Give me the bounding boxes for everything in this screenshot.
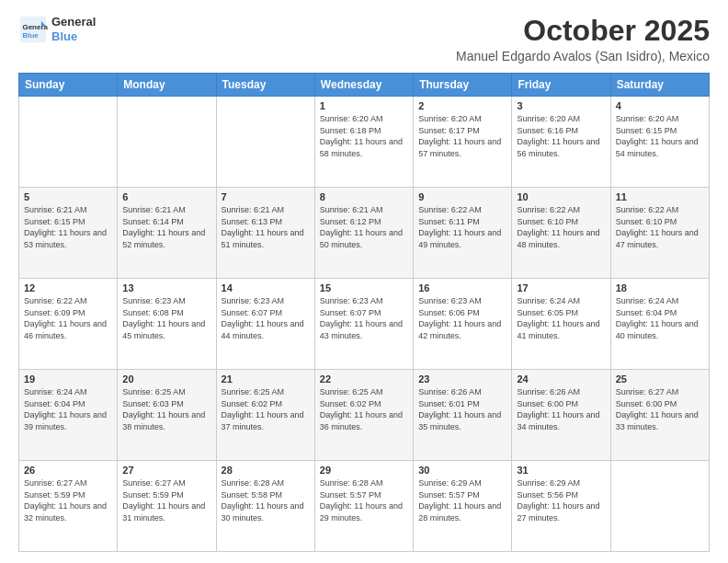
day-number: 22: [320, 373, 408, 385]
logo: General Blue General Blue: [18, 15, 96, 44]
calendar-header-row: Sunday Monday Tuesday Wednesday Thursday…: [19, 74, 710, 97]
week-row-0: 1Sunrise: 6:20 AMSunset: 6:18 PMDaylight…: [19, 97, 710, 188]
day-number: 13: [122, 282, 210, 293]
day-number: 29: [320, 465, 408, 476]
day-number: 19: [24, 373, 112, 385]
table-cell: 2Sunrise: 6:20 AMSunset: 6:17 PMDaylight…: [414, 97, 512, 188]
table-cell: 12Sunrise: 6:22 AMSunset: 6:09 PMDayligh…: [19, 279, 118, 370]
day-info: Sunrise: 6:27 AMSunset: 5:59 PMDaylight:…: [122, 477, 210, 523]
day-info: Sunrise: 6:26 AMSunset: 6:00 PMDaylight:…: [517, 386, 605, 432]
day-number: 11: [616, 191, 704, 202]
day-info: Sunrise: 6:24 AMSunset: 6:04 PMDaylight:…: [616, 295, 704, 341]
table-cell: 6Sunrise: 6:21 AMSunset: 6:14 PMDaylight…: [118, 188, 216, 279]
day-info: Sunrise: 6:21 AMSunset: 6:13 PMDaylight:…: [222, 204, 310, 250]
table-cell: 14Sunrise: 6:23 AMSunset: 6:07 PMDayligh…: [216, 279, 314, 370]
header-friday: Friday: [512, 74, 610, 97]
header-wednesday: Wednesday: [314, 74, 413, 97]
day-number: 21: [222, 373, 310, 385]
day-number: 16: [418, 282, 506, 293]
day-number: 26: [24, 465, 112, 476]
day-number: 31: [517, 465, 605, 476]
table-cell: 19Sunrise: 6:24 AMSunset: 6:04 PMDayligh…: [19, 370, 118, 461]
day-info: Sunrise: 6:25 AMSunset: 6:02 PMDaylight:…: [320, 386, 408, 432]
day-info: Sunrise: 6:23 AMSunset: 6:07 PMDaylight:…: [320, 295, 408, 341]
header-saturday: Saturday: [610, 74, 709, 97]
day-info: Sunrise: 6:21 AMSunset: 6:14 PMDaylight:…: [122, 204, 210, 250]
day-number: 30: [418, 465, 506, 476]
day-info: Sunrise: 6:27 AMSunset: 5:59 PMDaylight:…: [24, 477, 112, 523]
header-tuesday: Tuesday: [216, 74, 314, 97]
day-info: Sunrise: 6:20 AMSunset: 6:15 PMDaylight:…: [616, 113, 704, 159]
day-info: Sunrise: 6:23 AMSunset: 6:07 PMDaylight:…: [222, 295, 310, 341]
day-info: Sunrise: 6:23 AMSunset: 6:06 PMDaylight:…: [418, 295, 506, 341]
table-cell: 25Sunrise: 6:27 AMSunset: 6:00 PMDayligh…: [610, 370, 709, 461]
day-info: Sunrise: 6:22 AMSunset: 6:10 PMDaylight:…: [517, 204, 605, 250]
table-cell: 8Sunrise: 6:21 AMSunset: 6:12 PMDaylight…: [314, 188, 413, 279]
day-number: 6: [122, 191, 210, 202]
table-cell: 21Sunrise: 6:25 AMSunset: 6:02 PMDayligh…: [216, 370, 314, 461]
day-number: 3: [517, 100, 605, 111]
table-cell: 15Sunrise: 6:23 AMSunset: 6:07 PMDayligh…: [314, 279, 413, 370]
logo-line2: Blue: [51, 29, 77, 43]
day-number: 12: [24, 282, 112, 293]
day-number: 14: [222, 282, 310, 293]
day-info: Sunrise: 6:22 AMSunset: 6:11 PMDaylight:…: [418, 204, 506, 250]
table-cell: 3Sunrise: 6:20 AMSunset: 6:16 PMDaylight…: [512, 97, 610, 188]
day-number: 24: [517, 373, 605, 385]
title-block: October 2025 Manuel Edgardo Avalos (San …: [456, 15, 710, 63]
day-info: Sunrise: 6:23 AMSunset: 6:08 PMDaylight:…: [122, 295, 210, 341]
week-row-1: 5Sunrise: 6:21 AMSunset: 6:15 PMDaylight…: [19, 188, 710, 279]
logo-line1: General: [51, 15, 96, 29]
calendar-table: Sunday Monday Tuesday Wednesday Thursday…: [18, 73, 710, 552]
table-cell: 20Sunrise: 6:25 AMSunset: 6:03 PMDayligh…: [118, 370, 216, 461]
day-info: Sunrise: 6:21 AMSunset: 6:15 PMDaylight:…: [24, 204, 112, 250]
location-subtitle: Manuel Edgardo Avalos (San Isidro), Mexi…: [456, 49, 710, 63]
day-number: 25: [616, 373, 704, 385]
table-cell: 23Sunrise: 6:26 AMSunset: 6:01 PMDayligh…: [414, 370, 512, 461]
day-info: Sunrise: 6:25 AMSunset: 6:02 PMDaylight:…: [222, 386, 310, 432]
header: General Blue General Blue October 2025 M…: [18, 15, 710, 63]
table-cell: 18Sunrise: 6:24 AMSunset: 6:04 PMDayligh…: [610, 279, 709, 370]
table-cell: 4Sunrise: 6:20 AMSunset: 6:15 PMDaylight…: [610, 97, 709, 188]
table-cell: 9Sunrise: 6:22 AMSunset: 6:11 PMDaylight…: [414, 188, 512, 279]
day-number: 28: [222, 465, 310, 476]
day-info: Sunrise: 6:20 AMSunset: 6:16 PMDaylight:…: [517, 113, 605, 159]
day-info: Sunrise: 6:24 AMSunset: 6:05 PMDaylight:…: [517, 295, 605, 341]
day-number: 5: [24, 191, 112, 202]
table-cell: 10Sunrise: 6:22 AMSunset: 6:10 PMDayligh…: [512, 188, 610, 279]
day-number: 7: [222, 191, 310, 202]
svg-text:Blue: Blue: [22, 31, 39, 40]
table-cell: 31Sunrise: 6:29 AMSunset: 5:56 PMDayligh…: [512, 461, 610, 552]
day-number: 15: [320, 282, 408, 293]
logo-icon: General Blue: [18, 15, 48, 44]
header-monday: Monday: [118, 74, 216, 97]
day-info: Sunrise: 6:22 AMSunset: 6:09 PMDaylight:…: [24, 295, 112, 341]
day-info: Sunrise: 6:26 AMSunset: 6:01 PMDaylight:…: [418, 386, 506, 432]
day-info: Sunrise: 6:29 AMSunset: 5:56 PMDaylight:…: [517, 477, 605, 523]
day-number: 8: [320, 191, 408, 202]
day-info: Sunrise: 6:28 AMSunset: 5:58 PMDaylight:…: [222, 477, 310, 523]
day-info: Sunrise: 6:28 AMSunset: 5:57 PMDaylight:…: [320, 477, 408, 523]
week-row-3: 19Sunrise: 6:24 AMSunset: 6:04 PMDayligh…: [19, 370, 710, 461]
table-cell: [216, 97, 314, 188]
table-cell: 13Sunrise: 6:23 AMSunset: 6:08 PMDayligh…: [118, 279, 216, 370]
day-info: Sunrise: 6:22 AMSunset: 6:10 PMDaylight:…: [616, 204, 704, 250]
table-cell: 24Sunrise: 6:26 AMSunset: 6:00 PMDayligh…: [512, 370, 610, 461]
day-number: 27: [122, 465, 210, 476]
day-number: 1: [320, 100, 408, 111]
table-cell: 22Sunrise: 6:25 AMSunset: 6:02 PMDayligh…: [314, 370, 413, 461]
day-number: 10: [517, 191, 605, 202]
day-info: Sunrise: 6:20 AMSunset: 6:17 PMDaylight:…: [418, 113, 506, 159]
table-cell: 28Sunrise: 6:28 AMSunset: 5:58 PMDayligh…: [216, 461, 314, 552]
day-info: Sunrise: 6:24 AMSunset: 6:04 PMDaylight:…: [24, 386, 112, 432]
week-row-2: 12Sunrise: 6:22 AMSunset: 6:09 PMDayligh…: [19, 279, 710, 370]
day-number: 18: [616, 282, 704, 293]
week-row-4: 26Sunrise: 6:27 AMSunset: 5:59 PMDayligh…: [19, 461, 710, 552]
day-number: 9: [418, 191, 506, 202]
table-cell: 7Sunrise: 6:21 AMSunset: 6:13 PMDaylight…: [216, 188, 314, 279]
month-title: October 2025: [456, 15, 710, 47]
day-number: 2: [418, 100, 506, 111]
day-number: 23: [418, 373, 506, 385]
table-cell: [118, 97, 216, 188]
table-cell: 16Sunrise: 6:23 AMSunset: 6:06 PMDayligh…: [414, 279, 512, 370]
